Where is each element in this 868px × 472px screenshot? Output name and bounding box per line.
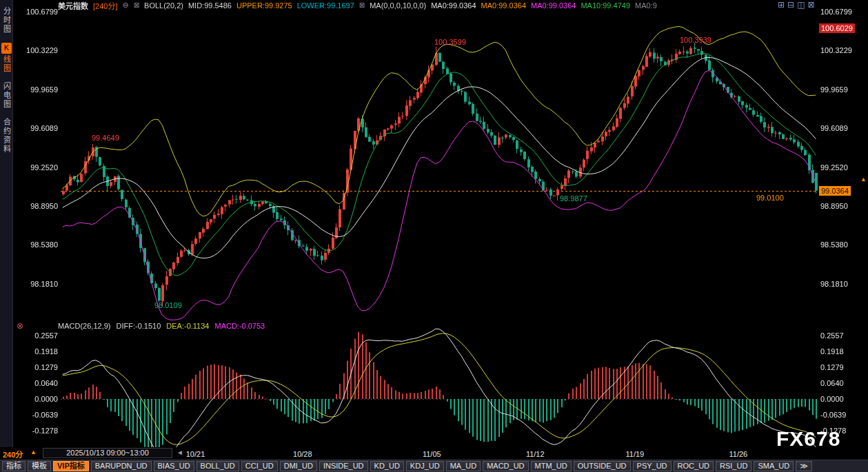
macd-dea-value: DEA:-0.1134 bbox=[166, 322, 209, 330]
price-badge-1: 99.0364 bbox=[819, 186, 851, 196]
macd-axis-label: -0.1278 bbox=[32, 427, 58, 435]
y-axis-label: 98.5380 bbox=[30, 240, 58, 249]
macd-axis-label: 0.1279 bbox=[820, 363, 844, 371]
layout-icons: ⊞⊟◫⊠ bbox=[778, 1, 815, 10]
y-axis-label: 98.1810 bbox=[30, 280, 58, 288]
macd-axis-label: 0.0640 bbox=[820, 379, 844, 387]
y-axis-label: 98.1810 bbox=[820, 280, 848, 288]
sidebar-item-0[interactable]: 分时图 bbox=[1, 7, 12, 34]
y-axis-label: 99.9659 bbox=[820, 85, 848, 94]
macd-legend: ⊗ MACD(26,12,9) DIFF:-0.1510 DEA:-0.1134… bbox=[17, 321, 265, 331]
ma-label: MA(0,0,0,10,0,0) bbox=[370, 1, 426, 10]
tab-BARUPDN_UD[interactable]: BARUPDN_UD bbox=[91, 461, 152, 471]
y-axis-label: 98.5380 bbox=[820, 240, 848, 249]
tab-BOLL_UD[interactable]: BOLL_UD bbox=[196, 461, 239, 471]
macd-axis-label: 0.1918 bbox=[34, 347, 58, 356]
tab-VIP指标[interactable]: VIP指标 bbox=[53, 461, 89, 471]
ma-remove-icon[interactable]: ⊠ bbox=[359, 1, 365, 9]
ma-value-2: MA0:99.0364 bbox=[531, 1, 576, 10]
tab-CCI_UD[interactable]: CCI_UD bbox=[241, 461, 278, 471]
tab-KDJ_UD[interactable]: KDJ_UD bbox=[406, 461, 444, 471]
chart-canvas[interactable] bbox=[0, 0, 868, 472]
tab-PSY_UD[interactable]: PSY_UD bbox=[633, 461, 672, 471]
boll-mid-value: MID:99.5486 bbox=[188, 1, 232, 10]
y-axis-label: 99.6089 bbox=[820, 124, 848, 132]
tab-模板[interactable]: 模板 bbox=[28, 461, 51, 471]
tab-≫[interactable]: ≫ bbox=[796, 461, 812, 471]
sidebar-item-2[interactable]: 闪电图 bbox=[1, 82, 12, 109]
macd-axis-label: -0.0639 bbox=[820, 411, 846, 419]
x-axis-date-label: 11/26 bbox=[729, 450, 747, 458]
y-axis-label: 99.2520 bbox=[30, 163, 58, 172]
ma-value-3: MA10:99.4749 bbox=[581, 1, 630, 10]
indicator-legend: 美元指数 [240分] ⊖ ⊠ BOLL(20,2) MID:99.5486 U… bbox=[58, 0, 657, 10]
time-axis-bar: 240分 ▲ 2025/10/13 09:00~13:00 ◄ 10/2110/… bbox=[0, 447, 868, 460]
tab-RSI_UD[interactable]: RSI_UD bbox=[716, 461, 751, 471]
collapse-chart-icon[interactable]: ⊖ bbox=[122, 1, 128, 10]
x-axis-date-label: 11/05 bbox=[423, 450, 441, 458]
active-chart-badge: K bbox=[1, 43, 12, 54]
macd-axis-label: 0.0640 bbox=[34, 379, 58, 387]
tab-KD_UD[interactable]: KD_UD bbox=[370, 461, 404, 471]
tab-BIAS_UD[interactable]: BIAS_UD bbox=[154, 461, 194, 471]
tab-MACD_UD[interactable]: MACD_UD bbox=[483, 461, 528, 471]
boll-upper-value: UPPER:99.9275 bbox=[236, 1, 292, 10]
tab-ROC_UD[interactable]: ROC_UD bbox=[674, 461, 714, 471]
price-annotation-5: 99.0100 bbox=[756, 194, 784, 202]
sidebar-item-1[interactable]: K线图 bbox=[1, 43, 12, 73]
y-axis-label: 99.9659 bbox=[30, 85, 58, 94]
y-axis-label: 100.3229 bbox=[820, 46, 852, 54]
window-layout-icon-3[interactable]: ⊠ bbox=[807, 1, 814, 10]
price-badge-0: 100.6029 bbox=[819, 23, 855, 33]
trading-terminal: 分时图K线图闪电图合约资料 美元指数 [240分] ⊖ ⊠ BOLL(20,2)… bbox=[0, 0, 868, 472]
x-axis-date-label: 11/12 bbox=[526, 450, 545, 458]
chart-type-sidebar: 分时图K线图闪电图合约资料 bbox=[0, 0, 13, 447]
y-axis-label: 100.6799 bbox=[26, 8, 58, 16]
symbol-title: 美元指数 bbox=[58, 0, 88, 11]
y-axis-label: 98.8950 bbox=[820, 202, 848, 210]
window-layout-icon-1[interactable]: ⊟ bbox=[787, 1, 794, 10]
window-layout-icon-2[interactable]: ◫ bbox=[797, 1, 805, 10]
macd-axis-label: 0.1918 bbox=[820, 347, 844, 356]
price-annotation-4: 100.3939 bbox=[680, 36, 711, 44]
y-axis-label: 99.2520 bbox=[820, 163, 848, 172]
sidebar-item-3[interactable]: 合约资料 bbox=[1, 118, 12, 154]
window-layout-icon-0[interactable]: ⊞ bbox=[778, 1, 785, 10]
price-annotation-0: 99.4649 bbox=[92, 134, 119, 142]
tab-MTM_UD[interactable]: MTM_UD bbox=[531, 461, 572, 471]
y-axis-label: 98.8950 bbox=[30, 202, 58, 210]
y-axis-label: 99.6089 bbox=[30, 124, 58, 132]
y-axis-right: 100.6799100.322999.965999.608999.252098.… bbox=[820, 0, 866, 472]
last-price-arrow-icon: ▲ bbox=[860, 176, 867, 183]
macd-collapse-icon[interactable]: ⊗ bbox=[17, 321, 23, 331]
tab-INSIDE_UD[interactable]: INSIDE_UD bbox=[319, 461, 368, 471]
tab-MA_UD[interactable]: MA_UD bbox=[446, 461, 481, 471]
macd-diff-value: DIFF:-0.1510 bbox=[116, 322, 161, 330]
tab-SMA_UD[interactable]: SMA_UD bbox=[754, 461, 794, 471]
x-axis-date-label: 11/19 bbox=[626, 450, 645, 458]
x-axis-date-label: 10/28 bbox=[293, 450, 312, 458]
tab-OUTSIDE_UD[interactable]: OUTSIDE_UD bbox=[574, 461, 631, 471]
x-axis-date-label: 10/21 bbox=[186, 450, 205, 458]
boll-label: BOLL(20,2) bbox=[144, 1, 183, 10]
macd-axis-label: 0.0000 bbox=[34, 395, 58, 403]
macd-title: MACD(26,12,9) bbox=[58, 322, 110, 330]
price-annotation-3: 98.9877 bbox=[560, 194, 587, 203]
ma-value-0: MA0:99.0364 bbox=[431, 1, 476, 10]
macd-axis-label: -0.0639 bbox=[32, 411, 58, 419]
period-label: [240分] bbox=[93, 0, 117, 11]
y-axis-label: 100.6799 bbox=[820, 8, 852, 16]
price-annotation-2: 100.3599 bbox=[434, 38, 466, 46]
boll-remove-icon[interactable]: ⊠ bbox=[134, 1, 139, 9]
macd-macd-value: MACD:-0.0753 bbox=[214, 322, 265, 330]
macd-axis-label: 0.2557 bbox=[820, 331, 844, 340]
boll-lower-value: LOWER:99.1697 bbox=[297, 1, 354, 10]
macd-axis-label: 0.1279 bbox=[34, 363, 58, 371]
tab-DMI_UD[interactable]: DMI_UD bbox=[280, 461, 317, 471]
ma-values: MA0:99.0364MA0:99.0364MA0:99.0364MA10:99… bbox=[431, 1, 657, 10]
ma-value-1: MA0:99.0364 bbox=[481, 1, 526, 10]
macd-axis-label: 0.2557 bbox=[34, 331, 58, 340]
tab-指标[interactable]: 指标 bbox=[2, 461, 26, 471]
y-axis-label: 100.3229 bbox=[26, 46, 58, 54]
price-annotation-1: 98.0109 bbox=[154, 301, 182, 309]
